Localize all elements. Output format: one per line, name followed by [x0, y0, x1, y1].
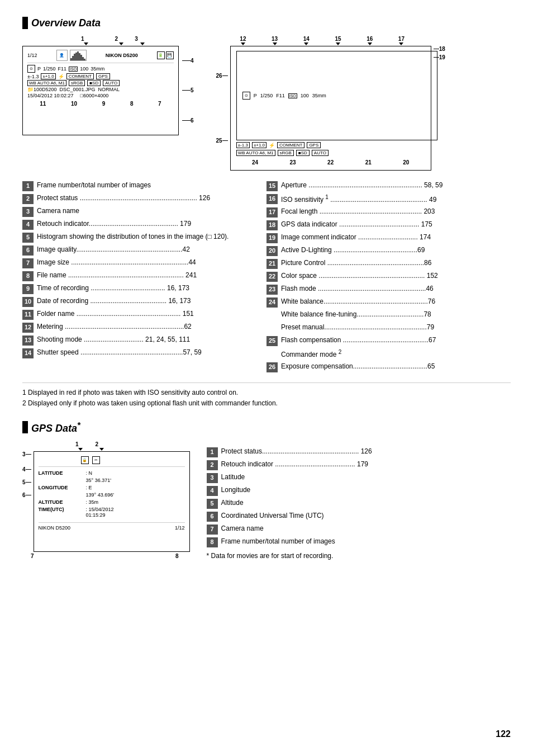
callout-26-row: 26	[216, 73, 228, 79]
overview-title: Overview Data	[31, 17, 101, 29]
battery-icon: 🔋	[157, 51, 165, 59]
item-num-10: 10	[22, 297, 34, 307]
comment-tag: COMMENT	[66, 73, 94, 79]
item-text-19: Image comment indicator ................…	[281, 233, 511, 242]
item-5: 5 Histogram showing the distribution of …	[22, 232, 266, 243]
callout-12: 12	[240, 36, 246, 42]
line-26	[222, 75, 228, 76]
arrow-12	[241, 42, 245, 45]
gps-lat-value: 35° 36.371'	[86, 478, 185, 483]
callout-10: 10	[71, 101, 77, 107]
item-commander: Commander mode 2	[266, 348, 511, 360]
item-wb-fine: White balance fine-tuning...............…	[266, 310, 511, 320]
item-num-9: 9	[22, 284, 34, 294]
item-num-19: 19	[266, 233, 278, 243]
callout-11: 11	[40, 101, 46, 107]
arrow-15	[336, 42, 340, 45]
item-text-6: Image quality...........................…	[37, 245, 266, 254]
right-metering-icon: ⊙	[242, 92, 250, 100]
item-4: 4 Retouch indicator.....................…	[22, 219, 266, 230]
histogram-mini	[70, 50, 87, 61]
item-22: 22 Color space .........................…	[266, 271, 511, 282]
line-6	[182, 120, 191, 121]
gps-lat-val-space	[39, 478, 86, 483]
arrow-3	[140, 42, 145, 45]
callout-6-label: 6	[191, 117, 194, 124]
svg-rect-6	[80, 55, 82, 60]
item-num-11: 11	[22, 310, 34, 320]
left-display-row: 1/12 👤	[22, 46, 194, 135]
callout-1: 1	[81, 36, 84, 42]
callout-5-label: 5	[191, 87, 194, 93]
gps-callout-5-row: 5	[22, 479, 31, 485]
gps-item-text-5: Altitude	[221, 498, 511, 508]
gps-callout-3-row: 3	[22, 451, 31, 457]
gps-item-text-2: Retouch indicator ......................…	[221, 460, 511, 469]
item-text-12: Metering ...............................…	[37, 322, 266, 332]
line-4	[182, 60, 191, 61]
top-callouts-123: 1 2 3	[81, 36, 194, 42]
item-text-10: Date of recording ......................…	[37, 296, 266, 306]
gps-camera-name: NIKON D5200	[39, 525, 71, 531]
callout-24: 24	[252, 159, 258, 166]
item-text-9: Time of recording ......................…	[37, 284, 266, 293]
callout-21: 21	[365, 159, 372, 166]
gps-item-num-5: 5	[207, 499, 218, 509]
item-17: 17 Focal length ........................…	[266, 207, 511, 218]
item-text-17: Focal length ...........................…	[281, 207, 511, 216]
svg-rect-0	[70, 58, 72, 60]
gps-item-8: 8 Frame number/total number of images	[207, 537, 511, 547]
gps-items: 1 Protect status........................…	[207, 441, 511, 560]
line-25	[222, 140, 228, 141]
gps-line-3	[26, 454, 31, 455]
overview-section: Overview Data 1 2 3 1/12	[22, 17, 511, 409]
gps-item-num-3: 3	[207, 473, 218, 483]
exp-comp: ±-1.3	[27, 74, 39, 79]
portrait-icon: 👤	[56, 50, 68, 61]
arrow-1	[84, 42, 88, 45]
item-num-23: 23	[266, 285, 278, 295]
callout-25-row: 25	[216, 138, 228, 144]
overview-footnotes: 1 Displayed in red if photo was taken wi…	[22, 388, 511, 409]
gps-callout-4-row: 4	[22, 466, 31, 472]
right-speed: 1/250	[260, 93, 273, 98]
item-text-24: White balance...........................…	[281, 297, 511, 306]
item-text-1: Frame number/total number of images	[37, 181, 266, 190]
item-14: 14 Shutter speed .......................…	[22, 348, 266, 358]
line-5	[182, 90, 191, 91]
item-num-22: 22	[266, 272, 278, 282]
gps-display-box: 🔒 ✂ LATITUDE : N 35° 36.371' LONGITUDE	[34, 451, 190, 552]
camera-row-date: 15/04/2012 10:02:27 □6000×4000	[27, 93, 174, 98]
svg-rect-2	[74, 54, 75, 60]
aperture-val: F11	[58, 66, 67, 72]
callout-13: 13	[272, 36, 278, 42]
srgb-tag: sRGB	[69, 80, 85, 86]
item-num-2: 2	[22, 194, 34, 204]
item-10: 10 Date of recording ...................…	[22, 296, 266, 307]
right-flash-icon2: ⚡	[269, 143, 275, 148]
item-text-2: Protect status .........................…	[37, 193, 266, 203]
right-top-callouts: 12 13 14 15 16 17	[216, 36, 445, 42]
gps-item-5: 5 Altitude	[207, 498, 511, 509]
shutter-speed: 1/250	[43, 66, 56, 72]
gps-item-3: 3 Latitude	[207, 472, 511, 483]
gps-bottom-callouts: 7 8	[22, 553, 190, 559]
camera-row-path: 📁100D5200 DSC_0001.JPG NORMAL	[27, 87, 174, 92]
gps-item-1: 1 Protect status........................…	[207, 447, 511, 457]
gps-top-callouts: 1 2	[75, 441, 190, 447]
gps-item-num-7: 7	[207, 525, 218, 535]
item-9: 9 Time of recording ....................…	[22, 284, 266, 294]
right-row1: ⊙ P 1/250 F11 ISO100 35mm	[236, 51, 437, 140]
gps-arrow-1	[78, 448, 83, 451]
gps-lat-value-row: 35° 36.371'	[39, 478, 185, 483]
item-8: 8 File name ............................…	[22, 271, 266, 281]
item-text-13: Shooting mode ..........................…	[37, 335, 266, 344]
item-text-commander: Commander mode 2	[281, 348, 511, 360]
item-text-7: Image size .............................…	[37, 258, 266, 267]
gps-lat-dir: : N	[86, 470, 185, 476]
item-15: 15 Aperture ............................…	[266, 181, 511, 191]
item-text-18: GPS data indicator .....................…	[281, 220, 511, 229]
frame-count: 1/12	[27, 53, 37, 58]
gps-longitude-row: LONGITUDE : E	[39, 485, 185, 490]
callout-2: 2	[115, 36, 118, 42]
